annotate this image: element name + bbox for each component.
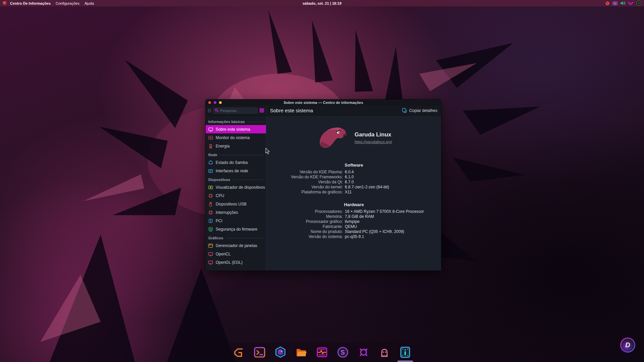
clock[interactable]: sábado, set. 21 | 18:19 <box>303 1 341 5</box>
dock-item-garuda-welcome[interactable] <box>232 346 246 359</box>
info-label: Processadores: <box>266 209 343 214</box>
software-section: Software Versão do KDE Plasma:6.0.4Versã… <box>266 163 441 195</box>
keyboard-layout-icon[interactable] <box>612 1 618 5</box>
dock-item-firedragon-browser[interactable] <box>274 346 287 359</box>
info-center-window: Sobre este sistema — Centro de informaçõ… <box>205 99 441 271</box>
volume-icon[interactable] <box>620 1 625 5</box>
d-launcher-label: D <box>621 339 634 352</box>
hamburger-menu-icon[interactable] <box>259 108 264 113</box>
sidebar-item-label: Interrupções <box>216 210 238 215</box>
hardware-grid: Processadores:16 × AMD Ryzen 7 5700X 8-C… <box>266 209 441 239</box>
info-value: QEMU <box>345 224 441 229</box>
window-title: Sobre este sistema — Centro de informaçõ… <box>283 101 363 105</box>
window-toolbar: Sobre este sistema Copiar detalhes <box>206 106 441 116</box>
screen-icon <box>208 252 213 256</box>
copy-details-button[interactable]: Copiar detalhes <box>402 108 437 113</box>
sidebar-item-label: Monitor do sistema <box>216 135 250 140</box>
menubar-item-help[interactable]: Ajuda <box>85 1 94 5</box>
info-value: X11 <box>345 190 441 195</box>
dock-item-system-monitor[interactable] <box>315 346 329 359</box>
card-icon <box>208 169 213 173</box>
info-label: Versão do KDE Frameworks: <box>266 175 343 180</box>
info-label: Versão do KDE Plasma: <box>266 170 343 175</box>
folder-icon <box>294 346 308 359</box>
hardware-section: Hardware Processadores:16 × AMD Ryzen 7 … <box>266 202 441 239</box>
search-input[interactable] <box>213 108 258 114</box>
sidebar-item[interactable]: Estado do Samba <box>206 158 266 167</box>
sidebar-section-title: Gráficos <box>208 236 223 240</box>
sidebar-item-label: OpenCL <box>216 252 231 256</box>
info-label: Versão do kernel: <box>266 185 343 190</box>
hardware-heading: Hardware <box>266 202 441 207</box>
screen-icon <box>208 260 213 265</box>
terminal-icon <box>253 346 266 359</box>
updates-count-badge[interactable]: 6 <box>636 1 641 6</box>
system-tray: 6 <box>605 1 641 6</box>
sidebar-section-title: Rede <box>208 153 217 157</box>
sidebar-item-label: PCI <box>216 219 222 223</box>
svg-text:S: S <box>340 349 345 356</box>
sidebar-item-label: Visualizador de dispositivos <box>216 185 265 190</box>
sidebar-item-label: Estado do Samba <box>216 160 248 165</box>
sidebar-item[interactable]: Energia <box>206 142 266 150</box>
garuda-logo-icon[interactable] <box>3 1 7 5</box>
sidebar-item[interactable]: Segurança do firmware <box>206 225 266 233</box>
sidebar-section-header: Dispositivos <box>208 178 263 182</box>
sidebar-sections: Informações básicasSobre este sistemaMon… <box>206 116 266 270</box>
close-button[interactable] <box>208 101 211 104</box>
info-label: Processador gráfico: <box>266 219 343 224</box>
dock: S <box>198 343 446 362</box>
info-label: Nome do produto: <box>266 229 343 234</box>
maximize-button[interactable] <box>214 101 216 104</box>
sidebar-section-title: Informações básicas <box>208 120 245 124</box>
dock-item-octopi-package-manager[interactable] <box>378 346 391 359</box>
sidebar-item[interactable]: Interfaces de rede <box>206 167 266 175</box>
info-value: 6.1.0 <box>345 175 441 180</box>
page-title: Sobre este sistema <box>270 108 313 113</box>
update-notifier-icon[interactable] <box>605 1 610 6</box>
dock-item-settings[interactable] <box>357 346 370 359</box>
sidebar-item[interactable]: Gerenciador de janelas <box>206 241 266 250</box>
sidebar-section-title: Dispositivos <box>208 178 230 182</box>
sidebar-item[interactable]: Dispositivos USB <box>206 200 266 208</box>
sidebar-section-header: Informações básicas <box>208 120 263 124</box>
sidebar-item[interactable]: Monitor do sistema <box>206 133 266 142</box>
dock-item-s-circle-app[interactable]: S <box>336 346 350 359</box>
d-launcher-button[interactable]: D <box>620 338 635 353</box>
sidebar-item-label: Gerenciador de janelas <box>216 243 257 248</box>
search-icon <box>215 108 219 112</box>
dock-item-info-center[interactable] <box>398 346 412 359</box>
home-icon[interactable] <box>207 108 212 113</box>
info-value: 16 × AMD Ryzen 7 5700X 8-Core Processor <box>345 209 441 214</box>
network-icon <box>208 160 213 165</box>
copy-icon <box>402 108 407 113</box>
window-titlebar[interactable]: Sobre este sistema — Centro de informaçõ… <box>206 100 441 106</box>
info-value: 7,8 GiB de RAM <box>345 214 441 219</box>
sidebar-item[interactable]: PCI <box>206 217 266 225</box>
sidebar-item[interactable]: OpenGL (EGL) <box>206 258 266 266</box>
dock-item-file-manager[interactable] <box>294 346 308 359</box>
sidebar-item-label: Segurança do firmware <box>216 227 257 232</box>
menubar-item-settings[interactable]: Configurações <box>56 1 79 5</box>
sidebar-item[interactable]: Interrupções <box>206 208 266 217</box>
sidebar-item[interactable]: CPU <box>206 191 266 200</box>
sidebar-item[interactable]: OpenCL <box>206 250 266 258</box>
distro-url-link[interactable]: https://garudalinux.org/ <box>355 140 392 144</box>
menubar-item-app[interactable]: Centro De Informações <box>10 1 51 5</box>
software-grid: Versão do KDE Plasma:6.0.4Versão do KDE … <box>266 170 441 195</box>
info-value: pc-q35-9.1 <box>345 234 441 239</box>
about-system-content: Garuda Linux https://garudalinux.org/ So… <box>266 116 441 270</box>
expand-tray-chevron-icon[interactable] <box>628 2 634 5</box>
pulse-icon <box>208 135 213 140</box>
info-label: Versão da Qt: <box>266 180 343 185</box>
sidebar-item[interactable]: Visualizador de dispositivos <box>206 183 266 191</box>
copy-details-label: Copiar detalhes <box>409 108 437 113</box>
minimize-button[interactable] <box>219 101 222 104</box>
windowicon-icon <box>208 243 213 248</box>
system-monitor-icon <box>315 346 329 359</box>
global-menubar: Centro De Informações Configurações Ajud… <box>0 0 644 6</box>
dock-item-terminal[interactable] <box>253 346 266 359</box>
info-value: 6.7.0 <box>345 180 441 185</box>
info-label: Fabricante: <box>266 224 343 229</box>
sidebar-item[interactable]: Sobre este sistema <box>206 125 266 133</box>
